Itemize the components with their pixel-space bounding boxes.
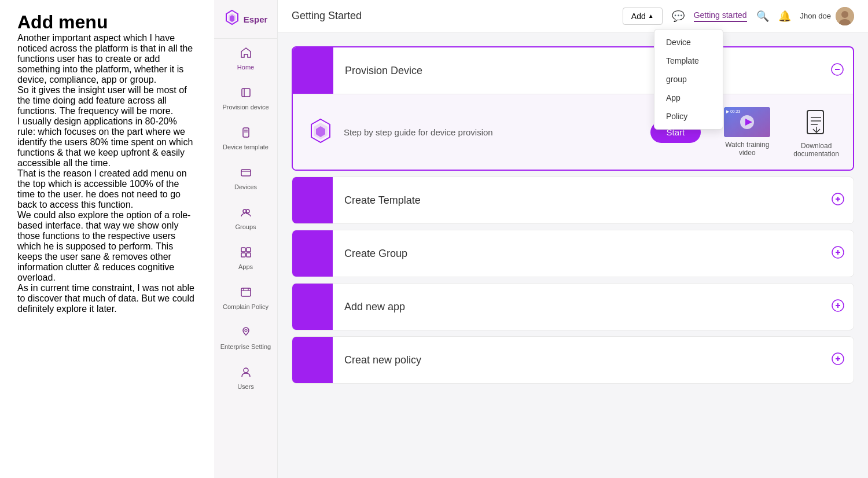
svg-text:▶ 00:23: ▶ 00:23 [726, 109, 741, 113]
provision-body-text: Step by step guide for device provision [344, 127, 627, 137]
sidebar-icon-0 [240, 47, 252, 61]
svg-rect-12 [241, 248, 245, 252]
sidebar-item-home[interactable]: Home [214, 39, 277, 79]
sidebar-item-device-template[interactable]: Device template [214, 119, 277, 159]
sidebar: Esper Home Provision device Device templ… [214, 0, 278, 478]
card-accent [292, 284, 333, 330]
card-accent [292, 337, 333, 383]
sidebar-icon-4 [240, 207, 252, 221]
svg-rect-15 [247, 253, 251, 257]
svg-rect-5 [243, 128, 249, 137]
download-doc-icon [803, 106, 830, 138]
cards-area: Provision Device Step by step guide for … [278, 32, 868, 398]
sidebar-label-1: Provision device [222, 104, 269, 111]
sidebar-label-6: Complain Policy [223, 303, 269, 310]
topbar-right: Add ▲ DeviceTemplategroupAppPolicy 💬 Get… [623, 7, 854, 25]
svg-point-23 [841, 11, 848, 18]
card-accent [292, 230, 333, 277]
training-video-label: Watch trainingvideo [725, 141, 769, 157]
add-button[interactable]: Add ▲ [623, 8, 663, 25]
sidebar-item-provision-device[interactable]: Provision device [214, 79, 277, 119]
sidebar-label-0: Home [237, 64, 254, 71]
logo-icon [224, 9, 240, 29]
watch-training-video[interactable]: ▶ 00:23 Watch trainingvideo [724, 107, 770, 157]
topbar: Getting Started Add ▲ DeviceTemplategrou… [278, 0, 868, 32]
annotation-paragraph: So it gives the insight user will be mos… [17, 85, 197, 116]
sidebar-icon-8 [240, 366, 252, 381]
annotation-paragraph: We could also explore the option of a ro… [17, 210, 197, 283]
dropdown-item-app[interactable]: App [654, 89, 723, 107]
card-title: Add new app [344, 301, 405, 312]
bell-icon[interactable]: 🔔 [778, 10, 791, 23]
sidebar-icon-3 [240, 167, 252, 181]
svg-rect-14 [241, 253, 245, 257]
expand-icon[interactable] [822, 237, 854, 271]
annotation-paragraph: Another important aspect which I have no… [17, 33, 197, 85]
collapse-icon[interactable] [822, 54, 853, 88]
chat-icon[interactable]: 💬 [672, 10, 685, 23]
svg-point-20 [245, 329, 247, 332]
sidebar-item-devices[interactable]: Devices [214, 159, 277, 198]
topbar-page-title: Getting Started [292, 10, 362, 22]
expand-icon[interactable] [822, 290, 854, 324]
card-creat-new-policy: Creat new policy [292, 336, 854, 384]
sidebar-icon-7 [240, 326, 252, 341]
card-body: Add new app [333, 301, 822, 313]
card-accent [293, 47, 333, 94]
dropdown-item-template[interactable]: Template [654, 52, 723, 70]
main-content-area: Getting Started Add ▲ DeviceTemplategrou… [278, 0, 868, 478]
svg-rect-8 [241, 170, 251, 176]
user-area: Jhon doe [800, 7, 855, 25]
sidebar-item-groups[interactable]: Groups [214, 198, 277, 238]
expand-icon[interactable] [822, 343, 854, 377]
card-title: Creat new policy [344, 354, 421, 366]
dropdown-item-device[interactable]: Device [654, 33, 723, 52]
card-body: Create Group [333, 248, 822, 260]
sidebar-label-8: Users [237, 383, 254, 390]
sidebar-label-2: Device template [223, 144, 269, 150]
sidebar-icon-6 [240, 286, 252, 301]
dropdown-item-group[interactable]: group [654, 70, 723, 89]
card-add-new-app: Add new app [292, 283, 854, 330]
download-doc-label: Downloaddocumentation [793, 142, 839, 158]
add-dropdown-menu: DeviceTemplategroupAppPolicy [654, 29, 723, 130]
annotation-panel: Add menu Another important aspect which … [0, 0, 214, 478]
dropdown-item-policy[interactable]: Policy [654, 107, 723, 126]
user-name: Jhon doe [800, 12, 832, 20]
video-thumbnail: ▶ 00:23 [724, 107, 770, 137]
annotation-paragraph: I usually design applications in 80-20% … [17, 116, 197, 168]
svg-rect-16 [241, 288, 251, 296]
sidebar-icon-2 [240, 127, 252, 141]
chevron-down-icon: ▲ [648, 13, 654, 19]
expand-icon[interactable] [822, 183, 854, 218]
getting-started-tab[interactable]: Getting started [694, 10, 747, 22]
card-create-template: Create Template [292, 177, 854, 224]
logo-text: Esper [244, 14, 268, 24]
sidebar-label-4: Groups [235, 223, 256, 230]
provision-icon [307, 117, 334, 147]
card-body: Create Template [333, 194, 822, 207]
sidebar-item-apps[interactable]: Apps [214, 238, 277, 278]
provision-device-title: Provision Device [333, 65, 822, 77]
provision-card-header: Provision Device [293, 47, 853, 94]
provision-card-body: Step by step guide for device provision … [293, 94, 853, 170]
svg-point-21 [244, 368, 248, 373]
page-title: Add menu [17, 12, 197, 33]
sidebar-item-users[interactable]: Users [214, 358, 277, 398]
svg-rect-13 [247, 248, 251, 252]
sidebar-item-complain-policy[interactable]: Complain Policy [214, 278, 277, 318]
search-icon[interactable]: 🔍 [756, 10, 769, 23]
sidebar-icon-5 [240, 247, 252, 261]
sidebar-item-enterprise-setting[interactable]: Enterprise Setting [214, 318, 277, 358]
card-title: Create Group [344, 248, 407, 259]
card-body: Creat new policy [333, 354, 822, 366]
card-title: Create Template [344, 194, 421, 206]
user-avatar [836, 7, 854, 25]
svg-rect-3 [242, 89, 250, 97]
svg-rect-35 [807, 111, 823, 134]
download-documentation[interactable]: Downloaddocumentation [793, 106, 839, 158]
sidebar-label-7: Enterprise Setting [220, 343, 271, 350]
sidebar-label-3: Devices [234, 183, 257, 190]
sidebar-icon-1 [240, 87, 252, 101]
provision-device-card: Provision Device Step by step guide for … [292, 46, 854, 171]
